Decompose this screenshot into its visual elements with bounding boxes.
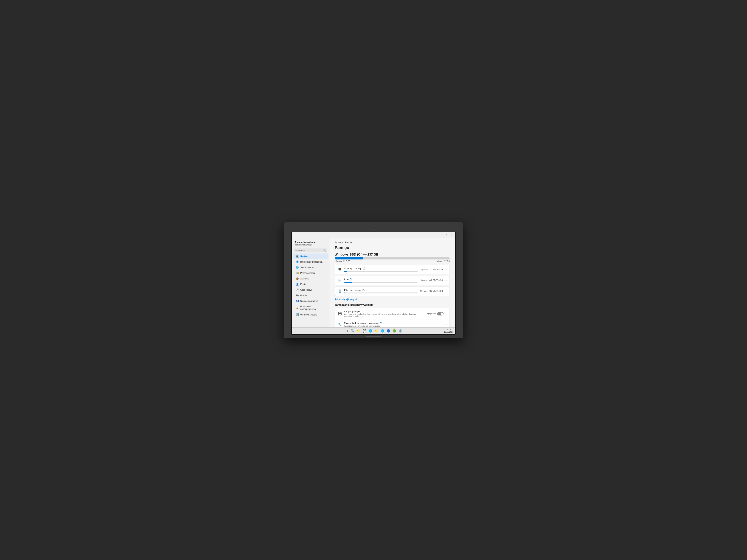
sidebar-item-personalizacja[interactable]: 🖼️Personalizacja <box>293 270 328 276</box>
nav-label: Windows Update <box>300 313 317 316</box>
nav-label: Sieć i Internet <box>300 266 314 269</box>
nav-icon: 📦 <box>296 277 299 280</box>
nav-label: Ułatwienia dostępu <box>300 300 319 302</box>
nav-label: Konta <box>300 283 306 286</box>
storage-labels: Używane: 59,8 GB Wolne: 177 GB <box>335 260 450 262</box>
category-icon: 🗑️ <box>338 289 342 293</box>
sidebar-item-sieć-i-internet[interactable]: 🌐Sieć i Internet <box>293 265 328 270</box>
sidebar-item-konta[interactable]: 👤Konta <box>293 282 328 287</box>
management-item[interactable]: 💾 Czujnik pamięci Automatycznie zwalniaj… <box>335 308 449 320</box>
category-list: 🖥️ Aplikacje i funkcje Używane: 2,30 GB/… <box>335 265 450 296</box>
sidebar-item-windows-update[interactable]: 🔄Windows Update <box>293 312 328 317</box>
category-name: Inne <box>344 278 418 281</box>
storage-bar <box>335 257 450 260</box>
show-more-link[interactable]: Pokaż więcej kategorii <box>335 298 357 301</box>
nav-label: Granie <box>300 294 307 297</box>
category-usage: Używane: 217 MB/59,8 GB <box>420 290 443 292</box>
loading-spinner <box>363 267 365 270</box>
files-icon[interactable]: 📁 <box>374 328 379 334</box>
breadcrumb: System › Pamięć <box>335 241 450 244</box>
chevron-right-icon: › <box>446 323 446 326</box>
close-button[interactable]: ✕ <box>449 233 454 237</box>
title-bar-controls: − □ ✕ <box>440 233 454 237</box>
taskbar-icons: ⊞🔍📁💬🌐📁🌐🔵🟢⚙️ <box>344 328 403 334</box>
category-bar-used <box>344 293 345 293</box>
breadcrumb-separator: › <box>343 241 344 244</box>
browser2-icon[interactable]: 🌐 <box>380 328 385 334</box>
category-usage: Używane: 2,30 GB/59,8 GB <box>420 268 443 270</box>
category-info: Aplikacje i funkcje <box>344 267 418 272</box>
mgmt-right: › <box>445 323 446 326</box>
user-section: Tomasz Matusiewicz matusiewicz0@o2.pl <box>292 239 329 247</box>
maximize-button[interactable]: □ <box>444 233 448 237</box>
nav-label: Prywatność i zabezpieczenia <box>300 305 326 311</box>
nav-icon: 🎮 <box>296 294 299 297</box>
browser-icon[interactable]: 🌐 <box>368 328 373 334</box>
sidebar-item-prywatność-i-zabezpieczenia[interactable]: 🔒Prywatność i zabezpieczenia <box>293 304 328 312</box>
sidebar-item-ułatwienia-dostępu[interactable]: ♿Ułatwienia dostępu <box>293 298 328 304</box>
webcam <box>372 228 375 230</box>
webcam-bar <box>291 227 456 231</box>
sidebar: Tomasz Matusiewicz matusiewicz0@o2.pl 🔍 … <box>292 238 329 327</box>
sidebar-item-granie[interactable]: 🎮Granie <box>293 293 328 298</box>
nav-icon: 👤 <box>296 283 299 286</box>
storage-free-label: Wolne: 177 GB <box>437 260 450 262</box>
main-content: System › Pamięć Pamięć Windows-SSD (C:) … <box>329 238 455 327</box>
search-box[interactable]: 🔍 <box>294 248 327 252</box>
mgmt-name: Zalecenia dotyczące oczyszczania <box>344 322 443 325</box>
sidebar-item-czas-i-język[interactable]: 🕐Czas i język <box>293 287 328 293</box>
windows-icon[interactable]: ⊞ <box>344 328 350 334</box>
category-bar <box>344 293 418 293</box>
nav-icon: 🕐 <box>296 288 299 291</box>
sidebar-item-aplikacje[interactable]: 📦Aplikacje <box>293 276 328 281</box>
sidebar-nav: 💻System🔷Bluetooth i urządzenia🌐Sieć i In… <box>292 254 329 317</box>
nav-label: Personalizacja <box>300 272 315 274</box>
toggle-status-text: Wyłączone <box>427 313 436 315</box>
breadcrumb-parent[interactable]: System <box>335 241 343 244</box>
taskbar-right: 16:07 10.11.2021 <box>444 328 454 333</box>
screen-bezel: − □ ✕ Tomasz Matusiewicz matusiewicz0@o2… <box>291 232 456 335</box>
user-name: Tomasz Matusiewicz <box>295 241 327 244</box>
search-icon[interactable]: 🔍 <box>350 328 355 334</box>
category-icon: 🖥️ <box>338 268 342 271</box>
mgmt-name: Czujnik pamięci <box>344 310 424 313</box>
nav-label: Bluetooth i urządzenia <box>300 261 323 263</box>
circle-green-icon[interactable]: 🟢 <box>392 328 397 334</box>
mgmt-right: Wyłączone › <box>427 312 446 316</box>
page-title: Pamięć <box>335 245 450 250</box>
mgmt-icon: 🔧 <box>338 323 342 326</box>
search-input[interactable] <box>295 249 323 251</box>
clock: 16:07 <box>444 328 454 331</box>
date: 10.11.2021 <box>444 331 454 333</box>
management-card: 💾 Czujnik pamięci Automatycznie zwalniaj… <box>335 308 450 327</box>
settings-icon[interactable]: ⚙️ <box>397 328 403 334</box>
nav-icon: 🖼️ <box>296 272 299 274</box>
category-card[interactable]: 📄 Inne Używane: 6,42 GB/59,8 GB › <box>335 276 450 285</box>
chevron-right-icon: › <box>446 268 446 271</box>
category-bar <box>344 282 418 283</box>
screen: − □ ✕ Tomasz Matusiewicz matusiewicz0@o2… <box>292 232 455 334</box>
search-icon: 🔍 <box>323 249 326 251</box>
toggle-switch[interactable] <box>437 312 443 316</box>
category-name: Pliki tymczasowe <box>344 289 418 292</box>
sidebar-item-system[interactable]: 💻System <box>293 254 328 259</box>
chevron-right-icon: › <box>446 313 446 315</box>
management-section-title: Zarządzanie przechowywaniem <box>335 303 450 306</box>
nav-icon: 🌐 <box>296 266 299 269</box>
management-item[interactable]: 🔧 Zalecenia dotyczące oczyszczania Wyszu… <box>335 320 449 327</box>
minimize-button[interactable]: − <box>440 233 444 237</box>
sidebar-item-bluetooth-i-urządzenia[interactable]: 🔷Bluetooth i urządzenia <box>293 259 328 265</box>
circle-blue-icon[interactable]: 🔵 <box>386 328 391 334</box>
category-name: Aplikacje i funkcje <box>344 267 418 270</box>
chevron-right-icon: › <box>446 290 446 293</box>
laptop-base <box>291 335 456 338</box>
taskbar-time: 16:07 10.11.2021 <box>444 328 454 333</box>
file-explorer-icon[interactable]: 📁 <box>356 328 361 334</box>
category-card[interactable]: 🖥️ Aplikacje i funkcje Używane: 2,30 GB/… <box>335 265 450 274</box>
chat-icon[interactable]: 💬 <box>362 328 367 334</box>
loading-spinner <box>350 278 352 281</box>
category-card[interactable]: 🗑️ Pliki tymczasowe Używane: 217 MB/59,8… <box>335 287 450 296</box>
laptop-frame: − □ ✕ Tomasz Matusiewicz matusiewicz0@o2… <box>284 222 463 338</box>
nav-label: Czas i język <box>300 289 312 291</box>
laptop-hinge <box>366 336 381 337</box>
